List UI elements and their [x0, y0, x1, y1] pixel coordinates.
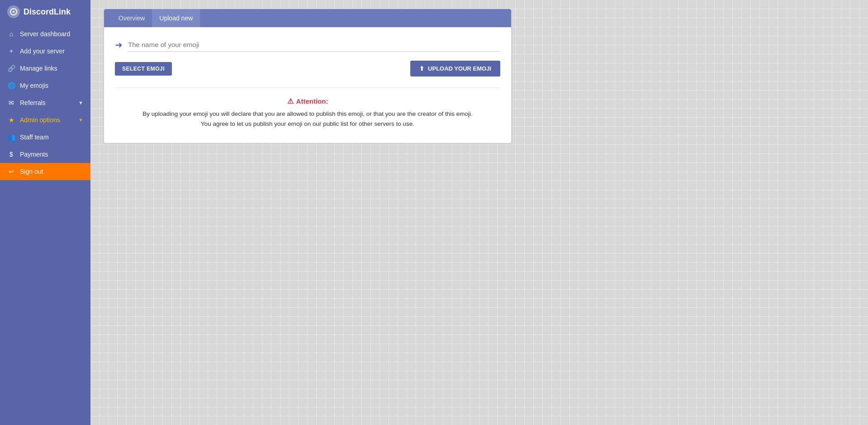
envelope-icon: ✉ — [7, 99, 15, 107]
sign-out-icon: ↩ — [7, 167, 15, 176]
home-icon: ⌂ — [7, 30, 15, 38]
sidebar-item-staff-team[interactable]: 👥 Staff team — [0, 129, 90, 146]
users-icon: 👥 — [7, 133, 15, 141]
sidebar-item-label: Sign out — [20, 168, 43, 175]
app-name: DiscordLink — [24, 7, 71, 17]
emoji-name-row: ➜ — [115, 38, 500, 52]
attention-section: ⚠ Attention: By uploading your emoji you… — [115, 97, 500, 129]
sidebar-item-add-server[interactable]: ＋ Add your server — [0, 43, 90, 60]
upload-icon: ⬆ — [419, 65, 424, 72]
main-content: Overview Upload new ➜ SELECT EMOJI ⬆ UPL… — [90, 0, 868, 425]
plus-icon: ＋ — [7, 47, 15, 55]
sidebar-nav: ⌂ Server dashboard ＋ Add your server 🔗 M… — [0, 25, 90, 180]
divider — [115, 87, 500, 88]
warning-icon: ⚠ — [287, 97, 294, 105]
sidebar-item-server-dashboard[interactable]: ⌂ Server dashboard — [0, 25, 90, 43]
star-icon: ★ — [7, 116, 15, 124]
globe-icon: 🌐 — [7, 81, 15, 90]
card-body: ➜ SELECT EMOJI ⬆ UPLOAD YOUR EMOJI ⚠ Att… — [104, 27, 511, 143]
tab-overview[interactable]: Overview — [111, 9, 152, 27]
sidebar-item-label: Staff team — [20, 134, 49, 141]
chevron-down-icon: ▼ — [78, 100, 83, 105]
svg-point-1 — [13, 11, 14, 13]
sidebar-item-my-emojis[interactable]: 🌐 My emojis — [0, 77, 90, 94]
card-tabs: Overview Upload new — [104, 9, 511, 27]
sidebar-item-sign-out[interactable]: ↩ Sign out — [0, 163, 90, 180]
sidebar-item-admin-options[interactable]: ★ Admin options ▼ — [0, 111, 90, 129]
sidebar-item-label: Add your server — [20, 48, 65, 55]
sidebar-item-label: Payments — [20, 151, 48, 158]
select-emoji-button[interactable]: SELECT EMOJI — [115, 62, 172, 76]
sidebar-item-label: Referrals — [20, 99, 46, 106]
arrow-right-icon: ➜ — [115, 39, 123, 50]
sidebar-item-payments[interactable]: $ Payments — [0, 146, 90, 163]
sidebar-item-label: My emojis — [20, 82, 48, 89]
dollar-icon: $ — [7, 150, 15, 158]
sidebar-item-referrals[interactable]: ✉ Referrals ▼ — [0, 94, 90, 111]
logo-icon — [7, 5, 20, 18]
app-logo[interactable]: DiscordLink — [0, 0, 90, 24]
sidebar: DiscordLink ⌂ Server dashboard ＋ Add you… — [0, 0, 90, 425]
emoji-name-input[interactable] — [128, 38, 500, 52]
attention-line1: By uploading your emoji you will declare… — [115, 109, 500, 119]
sidebar-item-label: Manage links — [20, 65, 57, 72]
chevron-down-icon: ▼ — [78, 117, 83, 123]
buttons-row: SELECT EMOJI ⬆ UPLOAD YOUR EMOJI — [115, 61, 500, 76]
attention-title: ⚠ Attention: — [115, 97, 500, 105]
main-card: Overview Upload new ➜ SELECT EMOJI ⬆ UPL… — [104, 9, 511, 143]
upload-emoji-button[interactable]: ⬆ UPLOAD YOUR EMOJI — [410, 61, 500, 76]
attention-line2: You agree to let us publish your emoji o… — [115, 119, 500, 129]
link-icon: 🔗 — [7, 64, 15, 72]
sidebar-item-manage-links[interactable]: 🔗 Manage links — [0, 60, 90, 77]
tab-upload-new[interactable]: Upload new — [152, 9, 200, 27]
sidebar-item-label: Server dashboard — [20, 30, 70, 38]
sidebar-item-label: Admin options — [20, 116, 60, 124]
